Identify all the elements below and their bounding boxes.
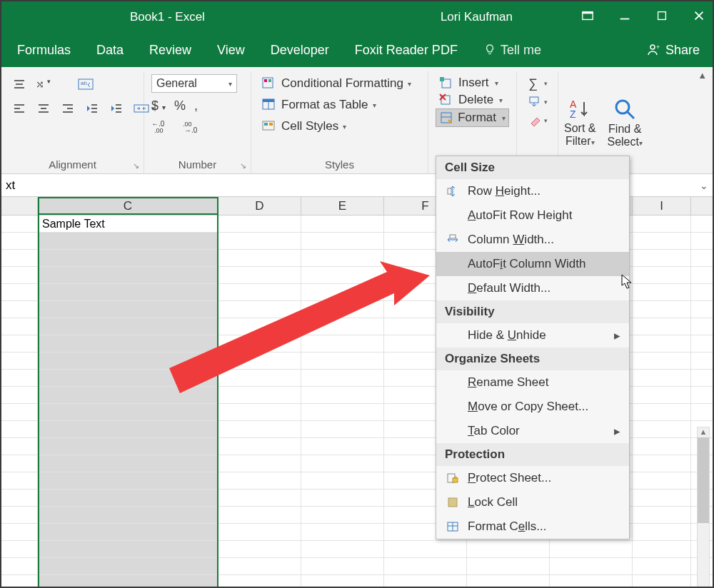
grid-cell[interactable]	[38, 472, 218, 489]
tab-review[interactable]: Review	[149, 43, 191, 58]
menu-tab-color[interactable]: Tab Color ▸	[436, 419, 629, 443]
grid-cell[interactable]	[218, 541, 301, 557]
grid-cell[interactable]	[1, 455, 38, 472]
grid-cell[interactable]	[1, 421, 38, 437]
grid-cell[interactable]	[384, 558, 467, 574]
grid-cell[interactable]	[218, 524, 301, 540]
grid-cell[interactable]	[38, 404, 218, 420]
align-right-icon[interactable]	[57, 98, 79, 118]
grid-cell[interactable]	[1, 250, 38, 266]
grid-cell[interactable]	[301, 438, 384, 455]
menu-autofit-column-width[interactable]: AutoFit Column Width	[436, 252, 629, 276]
grid-cell[interactable]	[301, 404, 384, 420]
grid-cell[interactable]	[1, 558, 38, 574]
menu-row-height[interactable]: Row Height...	[436, 179, 629, 203]
column-header[interactable]: E	[301, 197, 384, 215]
grid-cell[interactable]	[1, 507, 38, 523]
column-header[interactable]	[1, 197, 38, 215]
grid-cell[interactable]	[38, 507, 218, 523]
grid-cell[interactable]	[550, 541, 633, 557]
grid-cell[interactable]	[301, 507, 384, 523]
grid-cell[interactable]	[301, 575, 384, 588]
maximize-icon[interactable]	[655, 9, 668, 26]
alignment-launcher-icon[interactable]: ↘	[133, 161, 139, 171]
grid-cell[interactable]	[301, 233, 384, 249]
menu-column-width[interactable]: Column Width...	[436, 228, 629, 252]
align-center-icon[interactable]	[33, 98, 54, 118]
collapse-ribbon-icon[interactable]: ▲	[698, 70, 707, 81]
grid-cell[interactable]	[633, 438, 691, 455]
share-button[interactable]: + Share	[645, 43, 700, 58]
column-header[interactable]: C	[38, 197, 218, 215]
grid-cell[interactable]	[633, 421, 691, 437]
autosum-icon[interactable]: ∑▾	[524, 74, 550, 93]
grid-cell[interactable]	[1, 541, 38, 557]
currency-button[interactable]: $ ▾	[151, 98, 166, 113]
conditional-formatting-button[interactable]: Conditional Formatting▾	[258, 74, 421, 93]
grid-cell[interactable]	[1, 404, 38, 420]
grid-cell[interactable]	[633, 575, 691, 588]
grid-cell[interactable]	[218, 455, 301, 472]
clear-icon[interactable]: ▾	[524, 111, 550, 130]
grid-cell[interactable]	[633, 404, 691, 420]
vertical-scrollbar[interactable]: ▲	[697, 427, 710, 588]
menu-format-cells[interactable]: Format Cells...	[436, 514, 629, 539]
grid-cell[interactable]	[38, 233, 218, 249]
percent-button[interactable]: %	[174, 98, 186, 113]
grid-cell[interactable]	[1, 370, 38, 386]
grid-cell[interactable]	[218, 404, 301, 420]
grid-cell[interactable]	[301, 216, 384, 232]
grid-cell[interactable]	[633, 558, 691, 574]
grid-cell[interactable]	[38, 541, 218, 557]
grid-cell[interactable]	[633, 216, 691, 232]
grid-cell[interactable]: Sample Text	[38, 216, 218, 232]
grid-cell[interactable]	[384, 575, 467, 588]
menu-default-width[interactable]: Default Width...	[436, 276, 629, 300]
grid-cell[interactable]	[633, 524, 691, 540]
tell-me-search[interactable]: Tell me	[483, 43, 541, 58]
grid-cell[interactable]	[301, 541, 384, 557]
format-as-table-button[interactable]: Format as Table▾	[258, 96, 421, 114]
align-middle-icon[interactable]	[9, 74, 30, 94]
scrollbar-thumb[interactable]	[698, 437, 709, 523]
grid-cell[interactable]	[633, 318, 691, 335]
grid-cell[interactable]	[633, 301, 691, 318]
grid-cell[interactable]	[633, 250, 691, 266]
column-header[interactable]: D	[218, 197, 301, 215]
tab-data[interactable]: Data	[96, 43, 124, 58]
grid-cell[interactable]	[633, 267, 691, 283]
grid-cell[interactable]	[1, 490, 38, 506]
grid-cell[interactable]	[1, 353, 38, 369]
grid-cell[interactable]	[1, 524, 38, 540]
grid-cell[interactable]	[38, 524, 218, 540]
grid-cell[interactable]	[1, 575, 38, 588]
grid-cell[interactable]	[38, 438, 218, 455]
grid-cell[interactable]	[633, 335, 691, 352]
menu-rename-sheet[interactable]: Rename Sheet	[436, 370, 629, 395]
fill-icon[interactable]: ▾	[524, 93, 550, 111]
orientation-icon[interactable]: ⤭▾	[33, 74, 57, 94]
grid-cell[interactable]	[218, 233, 301, 249]
menu-hide-unhide[interactable]: Hide & Unhide ▸	[436, 323, 629, 348]
grid-cell[interactable]	[1, 318, 38, 335]
grid-cell[interactable]	[1, 284, 38, 300]
grid-cell[interactable]	[218, 421, 301, 437]
comma-button[interactable]: ,	[194, 98, 198, 113]
grid-cell[interactable]	[633, 472, 691, 489]
column-header[interactable]: I	[633, 197, 691, 215]
close-icon[interactable]	[693, 9, 705, 26]
grid-cell[interactable]	[301, 558, 384, 574]
grid-cell[interactable]	[218, 575, 301, 588]
menu-protect-sheet[interactable]: Protect Sheet...	[436, 466, 629, 490]
grid-cell[interactable]	[38, 575, 218, 588]
increase-decimal-icon[interactable]: ←.0.00	[151, 119, 173, 136]
grid-cell[interactable]	[301, 472, 384, 489]
ribbon-display-options-icon[interactable]	[581, 9, 594, 26]
grid-cell[interactable]	[38, 455, 218, 472]
decrease-indent-icon[interactable]	[81, 98, 103, 118]
grid-cell[interactable]	[38, 490, 218, 506]
increase-indent-icon[interactable]	[106, 98, 127, 118]
grid-cell[interactable]	[633, 233, 691, 249]
grid-cell[interactable]	[633, 507, 691, 523]
grid-cell[interactable]	[218, 438, 301, 455]
